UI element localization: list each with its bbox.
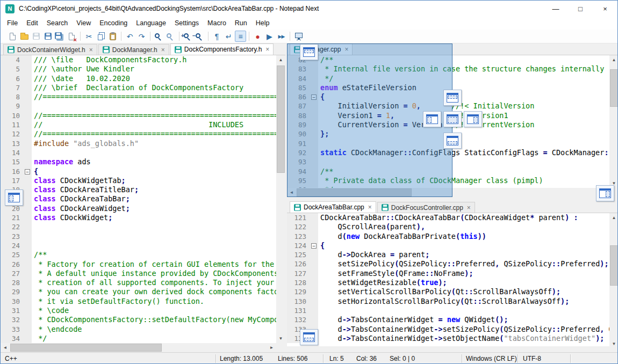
toolbar-replace-button[interactable]	[165, 31, 176, 42]
toolbar-paste-button[interactable]	[107, 31, 118, 42]
line-number: 29	[1, 287, 23, 296]
menu-view[interactable]: View	[72, 18, 95, 28]
toolbar-macro-record-button[interactable]: ●	[252, 31, 263, 42]
menu-run[interactable]: Run	[231, 18, 251, 28]
scrollbar-thumb[interactable]	[610, 245, 618, 286]
top-right-editor-vscrollbar[interactable]: ▲ ▼	[609, 55, 618, 188]
menu-macro[interactable]: Macro	[203, 18, 231, 28]
line-number: 131	[287, 306, 310, 315]
code-line: 125 d->DockArea = parent;	[287, 250, 609, 259]
maximize-button[interactable]: □	[568, 1, 593, 17]
line-number: 23	[1, 232, 23, 241]
menu-edit[interactable]: Edit	[22, 18, 42, 28]
scroll-down-arrow[interactable]: ▼	[609, 339, 618, 348]
scroll-down-arrow[interactable]: ▼	[276, 334, 285, 343]
minimize-button[interactable]: —	[543, 1, 568, 17]
scroll-up-arrow[interactable]: ▲	[276, 55, 285, 64]
tab-close-icon[interactable]: ×	[467, 204, 471, 212]
code-text: setWidgetResizable(true);	[318, 278, 447, 287]
toolbar-zoom-out-button[interactable]	[194, 31, 205, 42]
toolbar-redo-button[interactable]: ↷	[136, 31, 147, 42]
toolbar-cut-button[interactable]: ✂	[83, 31, 95, 42]
line-number: 134	[287, 334, 310, 343]
code-line: 127 setFrameStyle(QFrame::NoFrame);	[287, 269, 609, 278]
bottom-right-editor-vscrollbar[interactable]: ▲ ▼	[609, 213, 618, 348]
menu-help[interactable]: Help	[251, 18, 274, 28]
toolbar-new-file-button[interactable]	[7, 31, 18, 42]
scrollbar-thumb[interactable]	[277, 65, 285, 173]
fold-margin	[23, 269, 32, 278]
scrollbar-thumb[interactable]	[10, 344, 162, 352]
toolbar-indent-guides-button[interactable]: ≡	[235, 31, 246, 42]
bottom-right-editor[interactable]: 121CDockAreaTabBar::CDockAreaTabBar(CDoc…	[287, 213, 609, 346]
tab-dockcomponentsfactory-h[interactable]: DockComponentsFactory.h×	[170, 43, 274, 55]
tab-dockmanager-h[interactable]: DockManager.h×	[98, 44, 169, 55]
fold-margin	[23, 325, 32, 334]
status-separator	[215, 354, 216, 363]
toolbar-save-file-button[interactable]	[31, 31, 42, 42]
toolbar-zoom-in-button[interactable]	[182, 31, 193, 42]
toolbar-save-copy-button[interactable]	[42, 31, 54, 42]
code-line: 15namespace ads	[1, 157, 276, 166]
scroll-down-arrow[interactable]: ▼	[609, 179, 618, 188]
toolbar-close-file-button[interactable]	[66, 31, 77, 42]
scroll-up-arrow[interactable]: ▲	[609, 213, 618, 222]
scrollbar-thumb[interactable]	[610, 69, 618, 107]
code-line: 8//=====================================…	[1, 92, 276, 101]
toolbar-show-eol-button[interactable]: ↵	[223, 31, 234, 42]
status-column: Col: 36	[356, 355, 377, 362]
menu-encoding[interactable]: Encoding	[95, 18, 132, 28]
tab-dockcontainerwidget-h[interactable]: DockContainerWidget.h×	[3, 44, 97, 55]
toolbar-open-file-button[interactable]	[19, 31, 30, 42]
menu-settings[interactable]: Settings	[170, 18, 203, 28]
left-editor-hscrollbar[interactable]: ◄ ►	[1, 343, 276, 352]
fold-collapse-icon[interactable]: −	[311, 243, 317, 249]
line-number: 22	[1, 222, 23, 231]
toolbar-undo-button[interactable]: ↶	[124, 31, 135, 42]
menu-search[interactable]: Search	[42, 18, 73, 28]
tab-dockareatabbar-cpp[interactable]: DockAreaTabBar.cpp×	[290, 201, 376, 213]
code-text: * it via setDefaultFactory() function.	[32, 297, 204, 306]
scroll-right-arrow[interactable]: ►	[600, 188, 609, 197]
menu-file[interactable]: File	[3, 18, 22, 28]
code-text: #include "ads_globals.h"	[32, 139, 139, 148]
tab-close-icon[interactable]: ×	[161, 46, 165, 54]
toolbar-show-whitespace-button[interactable]: ¶	[211, 31, 222, 42]
code-line: 18class CDockAreaTitleBar;	[1, 185, 276, 194]
file-icon	[103, 46, 110, 53]
left-editor[interactable]: 4/// \file DockComponentsFactory.h5/// \…	[1, 55, 276, 343]
toolbar-macro-play-button[interactable]: ▶	[264, 31, 275, 42]
fold-margin	[23, 278, 32, 287]
toolbar-copy-button[interactable]	[95, 31, 106, 42]
status-encoding[interactable]: UTF-8	[523, 355, 541, 362]
tab-close-icon[interactable]: ×	[368, 203, 372, 211]
close-button[interactable]: ×	[593, 1, 617, 17]
status-language[interactable]: C++	[5, 355, 17, 362]
menu-language[interactable]: Language	[132, 18, 170, 28]
toolbar-separator	[208, 32, 209, 41]
fold-collapse-icon[interactable]: −	[25, 169, 30, 174]
code-line: 21class CDockWidget;	[1, 213, 276, 222]
toolbar-macro-run-multiple-button[interactable]: ▶▶	[276, 31, 287, 42]
status-separator	[570, 354, 571, 363]
line-number: 32	[1, 315, 23, 324]
fold-margin	[23, 213, 32, 222]
horizontal-splitter[interactable]	[287, 197, 618, 201]
tab-close-icon[interactable]: ×	[265, 46, 269, 53]
scroll-right-arrow[interactable]: ►	[267, 343, 276, 352]
tab-close-icon[interactable]: ×	[89, 46, 93, 54]
fold-margin	[310, 315, 318, 324]
toolbar-find-button[interactable]	[153, 31, 164, 42]
status-eol[interactable]: Windows (CR LF)	[466, 355, 517, 362]
fold-margin	[23, 297, 32, 306]
scroll-left-arrow[interactable]: ◄	[1, 343, 10, 352]
tab-dockfocuscontroller-cpp[interactable]: DockFocusController.cpp×	[377, 202, 475, 213]
code-text: /// \brief Declaration of DockComponents…	[32, 83, 243, 92]
toolbar-save-all-button[interactable]	[54, 31, 66, 42]
toolbar-show-console-button[interactable]	[293, 31, 304, 42]
code-line: 123 d(new DockAreaTabBarPrivate(this))	[287, 232, 609, 241]
left-editor-vscrollbar[interactable]: ▲ ▼	[276, 55, 285, 343]
new-file-icon	[10, 33, 16, 40]
line-number: 5	[1, 64, 23, 74]
scroll-up-arrow[interactable]: ▲	[609, 55, 618, 64]
